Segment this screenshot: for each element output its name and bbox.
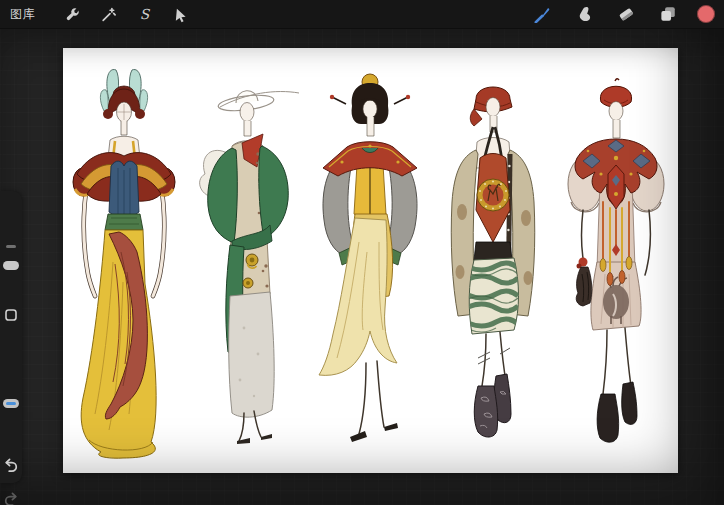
gallery-button[interactable]: 图库 — [10, 6, 35, 23]
actions-button[interactable] — [60, 2, 85, 26]
drawing-canvas[interactable] — [63, 48, 678, 473]
color-swatch[interactable] — [697, 5, 715, 23]
fashion-figure-5 — [555, 48, 678, 473]
workspace — [0, 28, 724, 505]
adjustments-button[interactable] — [96, 2, 121, 26]
redo-icon — [3, 491, 19, 505]
brush-size-slider[interactable] — [3, 261, 19, 270]
selection-s-icon: S — [136, 6, 153, 23]
opacity-slider[interactable] — [3, 399, 19, 408]
transform-button[interactable] — [168, 2, 193, 26]
magic-wand-icon — [100, 6, 117, 23]
opacity-accent-bar — [6, 402, 16, 405]
svg-text:S: S — [140, 6, 151, 22]
smudge-button[interactable] — [571, 2, 596, 26]
wrench-icon — [64, 6, 81, 23]
eraser-icon — [617, 5, 635, 23]
brush-sidebar — [0, 191, 24, 505]
modify-square-icon — [3, 307, 19, 323]
smudge-finger-icon — [575, 5, 593, 23]
move-arrow-icon — [172, 6, 189, 23]
toolbar-left-group: 图库 S — [0, 2, 193, 26]
undo-icon — [3, 457, 19, 473]
sidebar-panel — [0, 191, 22, 483]
fashion-figure-1 — [63, 48, 186, 473]
brush-size-tick — [6, 245, 16, 248]
fashion-figure-2 — [186, 48, 309, 473]
modify-button[interactable] — [3, 307, 19, 323]
layers-icon — [659, 5, 677, 23]
fashion-figure-3 — [309, 48, 432, 473]
erase-button[interactable] — [613, 2, 638, 26]
top-toolbar: 图库 S — [0, 0, 724, 29]
fashion-figure-4 — [432, 48, 555, 473]
paintbrush-icon — [533, 5, 551, 23]
paint-button[interactable] — [529, 2, 554, 26]
undo-button[interactable] — [3, 457, 19, 473]
selection-button[interactable]: S — [132, 2, 157, 26]
redo-button[interactable] — [3, 491, 19, 505]
layers-button[interactable] — [655, 2, 680, 26]
toolbar-right-group — [529, 2, 724, 26]
